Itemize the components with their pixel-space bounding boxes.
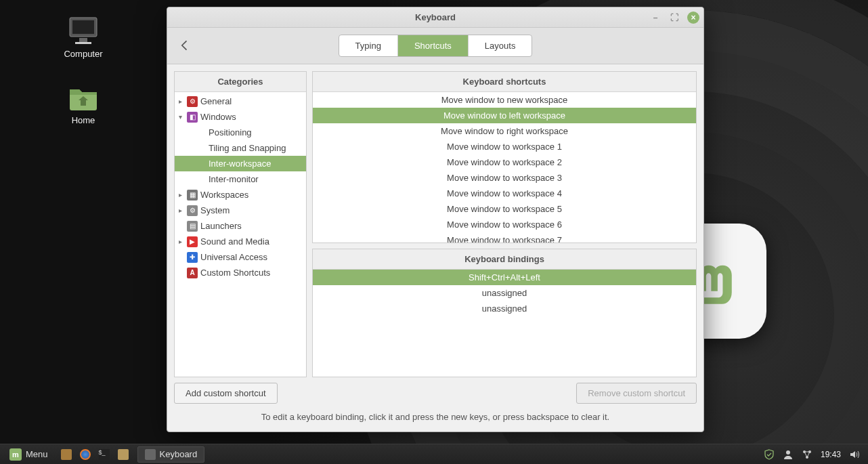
svg-rect-1	[72, 20, 94, 34]
universal-icon: ✚	[187, 252, 198, 263]
hint-text: To edit a keyboard binding, click it and…	[167, 404, 703, 431]
tab-bar: Typing Shortcuts Layouts	[167, 28, 703, 64]
categories-pane: Categories ▸⚙General ▾◧Windows Positioni…	[174, 71, 307, 377]
category-sound[interactable]: ▸▶Sound and Media	[175, 234, 306, 249]
window-title: Keyboard	[415, 12, 456, 22]
category-universal[interactable]: ✚Universal Access	[175, 249, 306, 265]
add-custom-shortcut-button[interactable]: Add custom shortcut	[174, 383, 278, 404]
shortcut-row[interactable]: Move window to right workspace	[313, 123, 696, 139]
clock[interactable]: 19:43	[821, 450, 841, 459]
maximize-button[interactable]: ⛶	[668, 12, 680, 24]
folder-home-icon	[67, 81, 100, 112]
category-workspaces[interactable]: ▸▦Workspaces	[175, 187, 306, 203]
windows-icon: ◧	[187, 112, 198, 123]
shortcuts-pane: Keyboard shortcuts Move window to new wo…	[312, 71, 697, 243]
shortcut-row[interactable]: Move window to left workspace	[313, 108, 696, 123]
shortcut-row[interactable]: Move window to workspace 5	[313, 201, 696, 217]
category-inter-workspace[interactable]: Inter-workspace	[175, 156, 306, 171]
bindings-pane: Keyboard bindings Shift+Ctrl+Alt+Leftuna…	[312, 249, 697, 377]
remove-custom-shortcut-button: Remove custom shortcut	[576, 383, 697, 404]
binding-row[interactable]: unassigned	[313, 285, 696, 301]
shortcut-row[interactable]: Move window to new workspace	[313, 92, 696, 108]
monitor-icon	[67, 15, 100, 46]
mint-menu-icon: m	[9, 448, 22, 461]
firefox-icon	[80, 449, 91, 460]
launchers-icon: ▤	[187, 221, 198, 232]
shortcut-row[interactable]: Move window to workspace 4	[313, 186, 696, 201]
tab-layouts[interactable]: Layouts	[469, 35, 532, 56]
start-menu-label: Menu	[26, 449, 48, 459]
shortcut-row[interactable]: Move window to workspace 6	[313, 217, 696, 232]
svg-rect-3	[75, 42, 91, 44]
custom-icon: A	[187, 268, 198, 278]
desktop-icon-label: Computer	[64, 49, 102, 59]
keyboard-settings-window: Keyboard – ⛶ × Typing Shortcuts Layouts …	[167, 7, 704, 432]
binding-row[interactable]: unassigned	[313, 301, 696, 316]
bindings-header: Keyboard bindings	[313, 249, 696, 270]
shield-icon[interactable]	[764, 449, 775, 460]
network-icon[interactable]	[802, 449, 812, 460]
sound-icon: ▶	[187, 236, 198, 247]
desktop-icon	[61, 449, 72, 460]
shortcut-row[interactable]: Move window to workspace 3	[313, 170, 696, 186]
category-tiling[interactable]: Tiling and Snapping	[175, 140, 306, 156]
categories-header: Categories	[175, 72, 306, 92]
keyboard-icon	[145, 449, 156, 460]
svg-rect-2	[79, 38, 87, 42]
general-icon: ⚙	[187, 96, 198, 107]
workspaces-icon: ▦	[187, 190, 198, 201]
category-launchers[interactable]: ▤Launchers	[175, 218, 306, 234]
category-system[interactable]: ▸⚙System	[175, 203, 306, 218]
binding-row[interactable]: Shift+Ctrl+Alt+Left	[313, 270, 696, 285]
shortcut-row[interactable]: Move window to workspace 2	[313, 154, 696, 170]
files-launcher[interactable]	[114, 446, 132, 463]
system-icon: ⚙	[187, 205, 198, 216]
category-inter-monitor[interactable]: Inter-monitor	[175, 171, 306, 187]
back-button[interactable]	[178, 39, 194, 55]
bindings-list: Shift+Ctrl+Alt+Leftunassignedunassigned	[313, 270, 696, 377]
taskbar-item-label: Keyboard	[160, 449, 198, 459]
desktop-icon-home[interactable]: Home	[53, 81, 114, 125]
minimize-button[interactable]: –	[649, 12, 661, 24]
category-windows[interactable]: ▾◧Windows	[175, 109, 306, 125]
category-positioning[interactable]: Positioning	[175, 125, 306, 140]
start-menu-button[interactable]: m Menu	[4, 448, 53, 461]
titlebar[interactable]: Keyboard – ⛶ ×	[167, 7, 703, 28]
show-desktop-button[interactable]	[58, 446, 75, 463]
terminal-icon: $_	[99, 449, 110, 460]
user-icon[interactable]	[783, 449, 794, 460]
firefox-launcher[interactable]	[77, 446, 94, 463]
tab-shortcuts[interactable]: Shortcuts	[398, 35, 469, 56]
shortcut-row[interactable]: Move window to workspace 1	[313, 139, 696, 154]
shortcut-row[interactable]: Move window to workspace 7	[313, 232, 696, 242]
shortcuts-list: Move window to new workspaceMove window …	[313, 92, 696, 242]
desktop-icon-label: Home	[72, 115, 95, 125]
desktop-icon-computer[interactable]: Computer	[53, 15, 114, 59]
taskbar-item-keyboard[interactable]: Keyboard	[137, 446, 205, 463]
folder-icon	[118, 449, 129, 460]
volume-icon[interactable]	[849, 449, 860, 460]
svg-point-4	[786, 450, 790, 455]
tab-typing[interactable]: Typing	[339, 35, 398, 56]
category-custom[interactable]: ACustom Shortcuts	[175, 265, 306, 280]
category-general[interactable]: ▸⚙General	[175, 93, 306, 109]
taskbar: m Menu $_ Keyboard 19:43	[0, 444, 868, 464]
shortcuts-header: Keyboard shortcuts	[313, 72, 696, 92]
terminal-launcher[interactable]: $_	[95, 446, 113, 463]
close-button[interactable]: ×	[687, 12, 699, 24]
categories-tree: ▸⚙General ▾◧Windows Positioning Tiling a…	[175, 92, 306, 377]
